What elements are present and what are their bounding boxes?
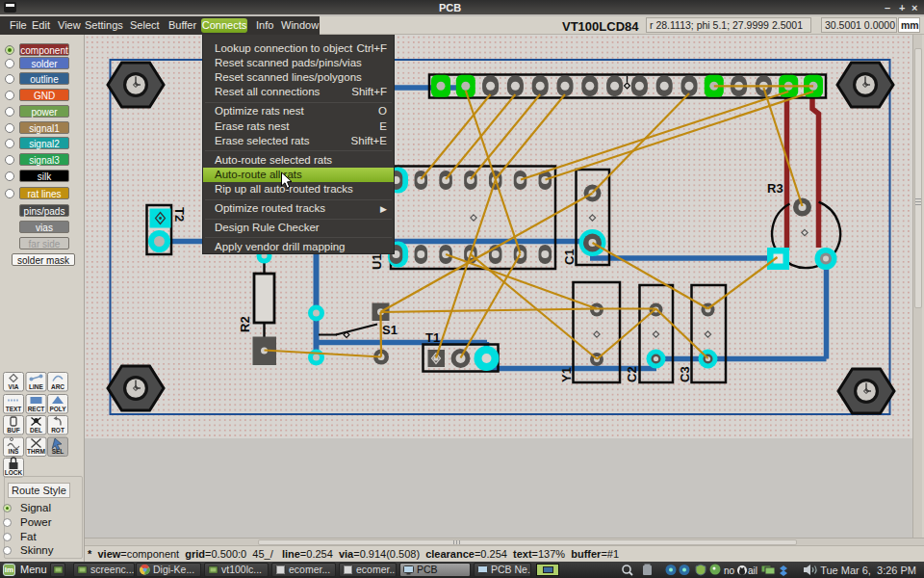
- svg-text:R3: R3: [767, 181, 783, 196]
- svg-text:INS: INS: [9, 448, 20, 455]
- svg-text:T1: T1: [425, 330, 440, 345]
- svg-text:no: no: [724, 565, 735, 576]
- svg-text:ROT: ROT: [51, 427, 64, 434]
- svg-text:C2: C2: [625, 366, 639, 382]
- svg-text:VIA: VIA: [9, 383, 19, 390]
- svg-text:THRM: THRM: [27, 448, 45, 455]
- svg-text:U1: U1: [370, 253, 384, 270]
- svg-text:Y1: Y1: [559, 367, 574, 382]
- svg-text:RECT: RECT: [28, 406, 45, 412]
- svg-text:BUF: BUF: [7, 427, 19, 434]
- svg-text:ARC: ARC: [51, 383, 64, 390]
- svg-text:DEL: DEL: [30, 427, 42, 434]
- svg-text:S1: S1: [382, 323, 398, 337]
- svg-text:TEXT: TEXT: [6, 406, 22, 412]
- svg-text:LOCK: LOCK: [5, 469, 23, 476]
- svg-text:LINE: LINE: [29, 383, 43, 390]
- svg-text:ail: ail: [748, 565, 757, 576]
- svg-text:T2: T2: [172, 207, 187, 222]
- svg-text:R2: R2: [238, 316, 252, 332]
- svg-text:C3: C3: [678, 366, 692, 382]
- svg-text:C1: C1: [562, 249, 577, 265]
- svg-text:POLY: POLY: [49, 406, 66, 412]
